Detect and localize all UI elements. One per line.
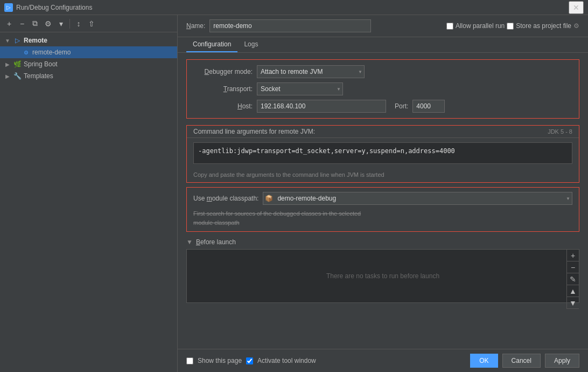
app-icon: ▷ (4, 3, 13, 12)
before-launch-label: Before launch (196, 238, 236, 246)
gear-icon[interactable]: ⚙ (573, 22, 579, 30)
before-launch-remove-button[interactable]: − (567, 261, 579, 273)
jdk-badge: JDK 5 - 8 (548, 128, 572, 135)
dropdown-config-button[interactable]: ▾ (55, 18, 67, 30)
before-launch-up-button[interactable]: ▲ (567, 285, 579, 297)
module-hint: First search for sources of the debugged… (187, 209, 579, 231)
cmd-header-text: Command line arguments for remote JVM: (193, 128, 315, 135)
tree-item-templates[interactable]: ▶ 🔧 Templates (0, 70, 177, 82)
ok-button[interactable]: OK (470, 354, 498, 368)
module-label: Use module classpath: (193, 195, 258, 202)
spring-icon: 🌿 (13, 60, 22, 68)
before-launch-add-button[interactable]: + (567, 250, 579, 261)
tree-item-remote[interactable]: ▼ ▷ Remote (0, 35, 177, 46)
settings-config-button[interactable]: ⚙ (42, 18, 54, 30)
bottom-bar-right: OK Cancel Apply (470, 354, 579, 368)
close-button[interactable]: ✕ (569, 1, 584, 14)
name-input[interactable] (209, 19, 371, 32)
store-as-project-label: Store as project file (516, 22, 571, 30)
port-label: Port: (395, 102, 408, 110)
cmd-header: Command line arguments for remote JVM: J… (187, 126, 579, 138)
title-bar-left: ▷ Run/Debug Configurations (4, 3, 92, 12)
debugger-mode-select[interactable]: Attach to remote JVM (257, 65, 365, 78)
main-content: + − ⧉ ⚙ ▾ ↕ ⇧ ▼ ▷ Remote ⚙ (0, 15, 588, 372)
host-label: Host: (193, 102, 253, 110)
cmd-args-section: Command line arguments for remote JVM: J… (186, 125, 579, 183)
show-page-checkbox[interactable] (186, 357, 193, 364)
cmd-content: -agentlib:jdwp=transport=dt_socket,serve… (187, 138, 579, 168)
right-panel: Name: Allow parallel run Store as projec… (178, 15, 588, 372)
sort-config-button[interactable]: ↕ (73, 18, 85, 30)
debugger-mode-row: Debugger mode: Attach to remote JVM (193, 65, 572, 78)
before-launch-header: ▼ Before launch (186, 238, 579, 246)
before-launch-empty-text: There are no tasks to run before launch (326, 272, 439, 280)
name-row: Name: Allow parallel run Store as projec… (178, 15, 588, 37)
toolbar-separator (69, 19, 70, 29)
before-launch-edit-button[interactable]: ✎ (567, 273, 579, 285)
tree-arrow-templates: ▶ (4, 73, 11, 79)
name-label: Name: (186, 22, 205, 30)
window-title: Run/Debug Configurations (16, 4, 92, 11)
module-classpath-section: Use module classpath: 📦 demo-remote-debu… (186, 187, 579, 232)
activate-tool-checkbox[interactable] (246, 357, 253, 364)
tab-configuration[interactable]: Configuration (186, 37, 237, 52)
cmd-text: -agentlib:jdwp=transport=dt_socket,serve… (193, 142, 572, 164)
share-config-button[interactable]: ⇧ (86, 18, 97, 30)
allow-parallel-label: Allow parallel run (456, 22, 505, 30)
connection-settings-box: Debugger mode: Attach to remote JVM Tran… (186, 59, 579, 119)
tabs-row: Configuration Logs (178, 37, 588, 53)
module-row: Use module classpath: 📦 demo-remote-debu… (187, 188, 579, 209)
tree-arrow-spring: ▶ (4, 61, 11, 67)
debugger-mode-select-wrapper: Attach to remote JVM (257, 65, 365, 78)
module-icon: 📦 (265, 195, 273, 202)
before-launch-down-button[interactable]: ▼ (567, 297, 579, 309)
module-select-wrapper: 📦 demo-remote-debug ▼ (263, 192, 572, 205)
module-arrow-icon: ▼ (566, 196, 570, 201)
tab-logs[interactable]: Logs (237, 37, 264, 52)
remote-demo-icon: ⚙ (22, 48, 30, 57)
debugger-mode-label: Debugger mode: (193, 68, 253, 75)
transport-select[interactable]: Socket (257, 82, 343, 95)
options-group: Allow parallel run Store as project file… (446, 22, 579, 30)
cmd-hint: Copy and paste the arguments to the comm… (187, 171, 579, 182)
before-launch-buttons: + − ✎ ▲ ▼ (566, 250, 579, 309)
module-select[interactable]: demo-remote-debug (263, 192, 572, 205)
before-launch-body: There are no tasks to run before launch … (186, 249, 579, 303)
tree-label-remote-demo: remote-demo (32, 49, 71, 56)
host-port-row: Host: Port: (193, 100, 572, 113)
remove-config-button[interactable]: − (16, 18, 28, 30)
remote-icon: ▷ (13, 36, 22, 45)
tree-label-spring: Spring Boot (24, 60, 58, 68)
tree-item-remote-demo[interactable]: ⚙ remote-demo (0, 46, 177, 58)
transport-row: Transport: Socket (193, 82, 572, 95)
tree-label-remote: Remote (24, 37, 47, 44)
title-bar: ▷ Run/Debug Configurations ✕ (0, 0, 588, 15)
port-input[interactable] (412, 100, 445, 113)
apply-button[interactable]: Apply (545, 354, 579, 368)
host-input[interactable] (257, 100, 386, 113)
store-as-project-checkbox[interactable] (507, 23, 514, 30)
transport-label: Transport: (193, 85, 253, 93)
templates-icon: 🔧 (13, 72, 22, 80)
transport-select-wrapper: Socket (257, 82, 343, 95)
config-tree: ▼ ▷ Remote ⚙ remote-demo ▶ 🌿 Spring Boot (0, 32, 177, 372)
bottom-bar: Show this page Activate tool window OK C… (178, 349, 588, 372)
before-launch-collapse-icon[interactable]: ▼ (186, 238, 193, 246)
add-config-button[interactable]: + (3, 18, 15, 30)
cancel-button[interactable]: Cancel (502, 354, 541, 368)
before-launch-section: ▼ Before launch There are no tasks to ru… (186, 238, 579, 303)
tree-arrow-remote: ▼ (4, 38, 11, 44)
bottom-bar-left: Show this page Activate tool window (186, 357, 316, 364)
left-panel: + − ⧉ ⚙ ▾ ↕ ⇧ ▼ ▷ Remote ⚙ (0, 15, 178, 372)
copy-config-button[interactable]: ⧉ (29, 18, 41, 30)
config-toolbar: + − ⧉ ⚙ ▾ ↕ ⇧ (0, 15, 177, 32)
allow-parallel-checkbox[interactable] (446, 23, 453, 30)
tree-label-templates: Templates (24, 72, 53, 80)
tree-item-spring-boot[interactable]: ▶ 🌿 Spring Boot (0, 58, 177, 70)
config-body: Debugger mode: Attach to remote JVM Tran… (178, 53, 588, 349)
show-page-label: Show this page (198, 357, 242, 364)
activate-tool-label: Activate tool window (257, 357, 316, 364)
